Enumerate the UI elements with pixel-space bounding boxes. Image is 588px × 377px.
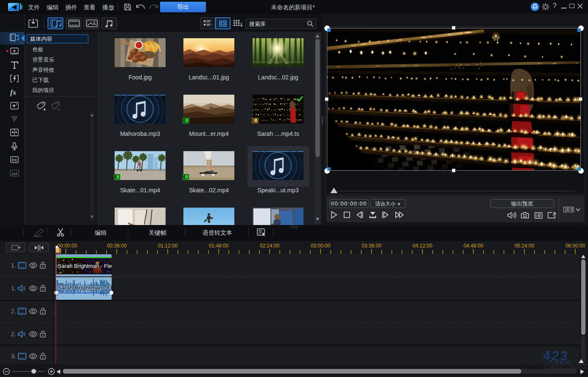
svg-text:03:00:00: 03:00:00	[311, 243, 331, 249]
svg-text:05:24:00: 05:24:00	[515, 243, 535, 249]
svg-text:06:00:00: 06:00:00	[565, 243, 585, 249]
svg-text:02:24:00: 02:24:00	[260, 243, 280, 249]
svg-text:01:12:00: 01:12:00	[158, 243, 178, 249]
svg-text:fx: fx	[10, 88, 17, 96]
svg-text:01:48:00: 01:48:00	[209, 243, 229, 249]
svg-text:CC: CC	[12, 158, 17, 162]
svg-text:04:48:00: 04:48:00	[464, 243, 484, 249]
svg-text:00:36:00: 00:36:00	[107, 243, 127, 249]
svg-text:03:36:00: 03:36:00	[362, 243, 382, 249]
svg-text:123: 123	[11, 172, 17, 176]
svg-text:04:12:00: 04:12:00	[413, 243, 433, 249]
